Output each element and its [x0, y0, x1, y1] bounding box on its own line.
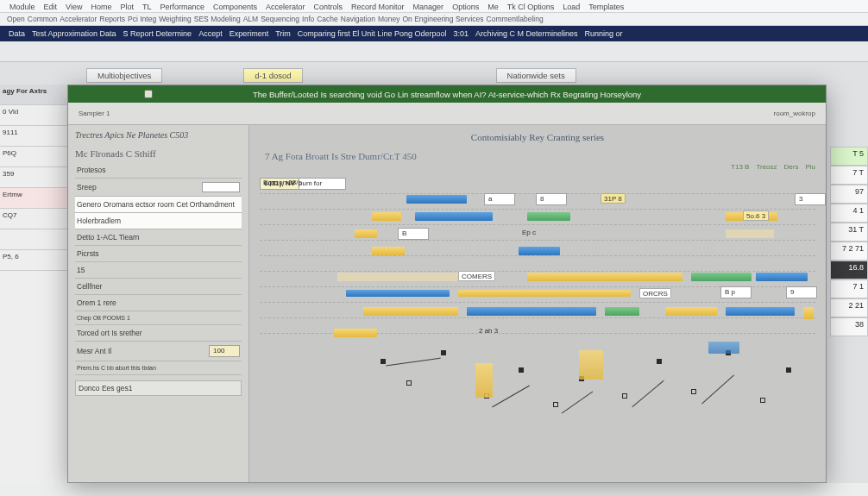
gantt-bar[interactable]: [337, 273, 458, 281]
rcell[interactable]: 2 21: [830, 298, 868, 317]
rcell[interactable]: 7 2 71: [830, 242, 868, 261]
node-icon[interactable]: [406, 380, 412, 386]
toolbar-item[interactable]: Navigation: [341, 15, 375, 23]
menu-item[interactable]: Edit: [41, 2, 60, 12]
lp-row[interactable]: Detto 1-ACL Tiearn: [75, 229, 242, 246]
lp-row[interactable]: Chep Ott POOMS 1: [75, 311, 242, 325]
gantt-bar[interactable]: [355, 229, 377, 238]
cell[interactable]: ORCRS: [639, 288, 671, 298]
sidecol-cell[interactable]: P6Q: [0, 147, 67, 167]
cell-highlight[interactable]: 31P 8: [601, 193, 626, 204]
menu-item[interactable]: Home: [88, 2, 114, 12]
menu-item[interactable]: Templates: [586, 2, 626, 12]
lp-input[interactable]: [202, 182, 240, 192]
gantt-bar[interactable]: [579, 350, 603, 380]
toolbar-item[interactable]: On Engineering Services: [403, 15, 484, 23]
sidecol-cell[interactable]: 9111: [0, 126, 67, 147]
rcell[interactable]: 38: [830, 317, 868, 336]
sidecol-cell[interactable]: 0 Vld: [0, 105, 67, 126]
gantt-bar[interactable]: [519, 247, 560, 255]
gantt-bar[interactable]: [363, 307, 458, 316]
toolbar-item[interactable]: Common: [28, 15, 57, 23]
rcell[interactable]: 7 T: [830, 166, 868, 185]
lp-row[interactable]: Prem.hs C bb abort this tixlan: [75, 361, 242, 375]
menu-item[interactable]: Module: [7, 2, 38, 12]
node-icon[interactable]: [519, 367, 524, 373]
menu-item[interactable]: Record Monitor: [349, 2, 407, 12]
toolbar-item[interactable]: Open: [7, 15, 25, 23]
toolbar-item[interactable]: SES Modeling: [194, 15, 241, 23]
rcell[interactable]: T 5: [830, 147, 868, 166]
menu-item[interactable]: Accelerator: [263, 2, 308, 12]
secondary-toolbar[interactable]: Open Common Accelerator Reports Pci Inte…: [0, 13, 868, 26]
lp-value-box[interactable]: 100: [209, 345, 240, 357]
node-icon[interactable]: [786, 367, 791, 373]
ribbon-item[interactable]: Comparing first El Unit Line Pong Oderpo…: [298, 29, 447, 38]
rcell[interactable]: 7 1: [830, 279, 868, 298]
mp-tool[interactable]: Treosz: [756, 163, 777, 171]
menu-item[interactable]: Plot: [117, 2, 136, 12]
gantt-bar[interactable]: [372, 212, 401, 221]
gantt-bar[interactable]: [527, 212, 570, 221]
toolbar-item[interactable]: Accelerator: [60, 15, 97, 23]
ribbon-item[interactable]: Accept: [198, 29, 223, 38]
toolbar-item[interactable]: Money: [378, 15, 400, 23]
gantt-bar[interactable]: [726, 307, 795, 316]
menu-item[interactable]: Controls: [311, 2, 346, 12]
lp-row[interactable]: Genero Oromans ectsor room Cet Orthamdme…: [75, 197, 242, 213]
lp-row[interactable]: Orem 1 rere: [75, 295, 242, 311]
gantt-chart[interactable]: Restl 1 Dtend is Croum for 6031), NV E p…: [260, 178, 815, 440]
dialog-titlebar[interactable]: The Buffer/Looted Is searching void Go L…: [68, 85, 826, 103]
menu-item[interactable]: TL: [140, 2, 154, 12]
gantt-bar[interactable]: [691, 273, 752, 281]
gantt-bar[interactable]: [346, 290, 450, 297]
lp-row[interactable]: Torced ort Is srether: [75, 325, 242, 342]
lp-row[interactable]: Cellfner: [75, 279, 242, 295]
main-menubar[interactable]: Module Edit View Home Plot TL Performanc…: [0, 0, 868, 13]
gantt-bar[interactable]: [372, 247, 405, 255]
gantt-bar[interactable]: [458, 290, 631, 297]
rcell[interactable]: 4 1: [830, 204, 868, 223]
menu-item[interactable]: Tk Cl Options: [505, 2, 557, 12]
ribbon-item[interactable]: Test Approximation Data: [32, 29, 116, 38]
toolbar-item[interactable]: Commentlabeling: [487, 15, 544, 23]
gantt-bar[interactable]: [803, 307, 814, 319]
lp-row[interactable]: Mesr Ant Il 100: [75, 342, 242, 361]
menu-item[interactable]: View: [63, 2, 85, 12]
gantt-bar[interactable]: [665, 307, 717, 316]
lp-row[interactable]: Picrsts: [75, 246, 242, 262]
rcell[interactable]: 97: [830, 185, 868, 204]
ribbon-item[interactable]: S Report Determine: [123, 29, 192, 38]
menu-item[interactable]: Performance: [157, 2, 207, 12]
lp-row[interactable]: Holerbradlem: [75, 213, 242, 229]
ribbon-item[interactable]: Archiving C M Determinelines: [475, 29, 578, 38]
gantt-bar[interactable]: [467, 307, 596, 316]
sidecol-cell[interactable]: CQ7: [0, 209, 67, 229]
sidecol-cell-highlighted[interactable]: Ertmw: [0, 188, 67, 209]
toolbar-item[interactable]: Sequencing: [261, 15, 299, 23]
toolbar-item[interactable]: Pci Integ: [128, 15, 156, 23]
menu-item[interactable]: Components: [211, 2, 260, 12]
menu-item[interactable]: Load: [560, 2, 582, 12]
window-control-icon[interactable]: [144, 90, 153, 98]
gantt-bar[interactable]: [605, 307, 639, 316]
node-icon[interactable]: [553, 402, 558, 407]
node-icon[interactable]: [657, 359, 662, 364]
node-icon[interactable]: [691, 389, 696, 394]
gantt-bar[interactable]: [726, 229, 774, 238]
ribbon-item[interactable]: Running or: [585, 29, 623, 38]
toolbar-item[interactable]: ALM: [243, 15, 258, 23]
mp-tool[interactable]: Ders: [784, 163, 799, 171]
lp-row[interactable]: 15: [75, 262, 242, 279]
sub-tab-highlighted[interactable]: d-1 dosod: [243, 68, 302, 83]
mp-tool[interactable]: T13 B: [731, 163, 749, 171]
sidecol-cell[interactable]: [0, 229, 67, 250]
rcell[interactable]: 31 T: [830, 223, 868, 242]
gantt-bar[interactable]: [415, 212, 493, 221]
menu-item[interactable]: Options: [450, 2, 481, 12]
menu-item[interactable]: Me: [485, 2, 501, 12]
node-icon[interactable]: [381, 359, 386, 364]
cell-highlight[interactable]: 5o.6 3: [743, 210, 769, 221]
node-icon[interactable]: [622, 393, 627, 399]
gantt-bar[interactable]: [708, 342, 739, 354]
